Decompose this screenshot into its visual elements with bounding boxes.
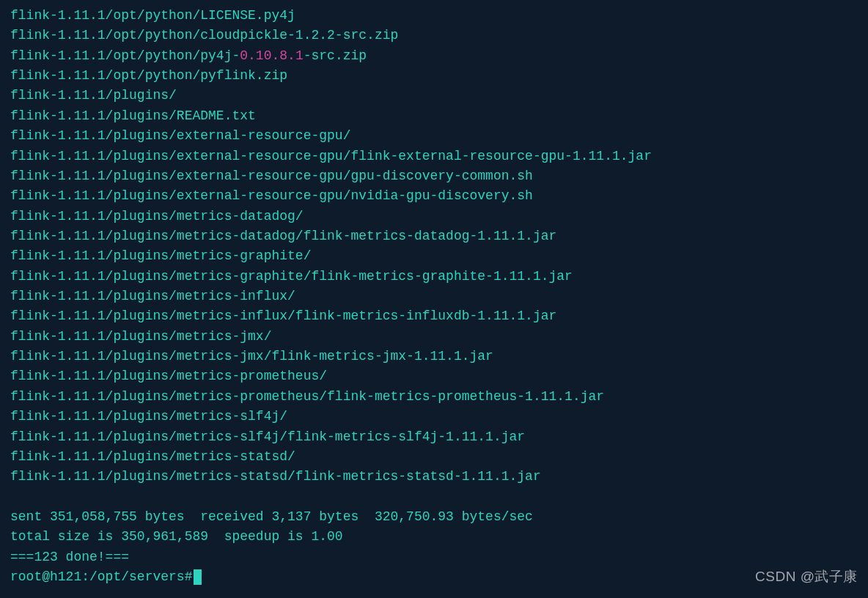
terminal-line: flink-1.11.1/plugins/ [10,86,858,106]
terminal-line: flink-1.11.1/opt/python/pyflink.zip [10,66,858,86]
terminal-line: flink-1.11.1/plugins/metrics-graphite/fl… [10,267,858,287]
terminal-line: flink-1.11.1/plugins/README.txt [10,106,858,126]
terminal-line: flink-1.11.1/plugins/external-resource-g… [10,166,858,186]
line-prefix: flink-1.11.1/opt/python/py4j- [10,48,240,63]
terminal-line: flink-1.11.1/plugins/external-resource-g… [10,186,858,206]
terminal-line: flink-1.11.1/opt/python/LICENSE.py4j [10,6,858,26]
terminal-line: flink-1.11.1/plugins/external-resource-g… [10,126,858,146]
terminal-line: flink-1.11.1/plugins/metrics-statsd/ [10,447,858,467]
terminal-line: flink-1.11.1/plugins/metrics-graphite/ [10,246,858,266]
terminal-line: flink-1.11.1/plugins/metrics-datadog/fli… [10,226,858,246]
terminal-line: flink-1.11.1/plugins/metrics-datadog/ [10,207,858,226]
terminal-line: flink-1.11.1/plugins/metrics-slf4j/ [10,407,858,427]
terminal-line: flink-1.11.1/opt/python/py4j-0.10.8.1-sr… [10,46,858,66]
line-suffix: -src.zip [304,48,367,63]
terminal-line: flink-1.11.1/plugins/metrics-influx/ [10,287,858,306]
line-highlight: 0.10.8.1 [240,48,303,63]
terminal-line: total size is 350,961,589 speedup is 1.0… [10,527,858,547]
watermark-text: CSDN @武子康 [755,566,858,588]
terminal-line: flink-1.11.1/plugins/metrics-slf4j/flink… [10,427,858,447]
terminal-line: flink-1.11.1/plugins/metrics-statsd/flin… [10,467,858,487]
terminal-line: flink-1.11.1/plugins/metrics-jmx/flink-m… [10,347,858,366]
terminal-line: flink-1.11.1/plugins/external-resource-g… [10,147,858,166]
terminal-line [10,487,858,507]
cursor-icon [194,569,202,585]
terminal-line: sent 351,058,755 bytes received 3,137 by… [10,507,858,527]
terminal-line: flink-1.11.1/plugins/metrics-jmx/ [10,327,858,347]
prompt-text: root@h121:/opt/servers# [10,567,192,587]
terminal-line: ===123 done!=== [10,547,858,567]
terminal-line: flink-1.11.1/opt/python/cloudpickle-1.2.… [10,26,858,45]
terminal-line: flink-1.11.1/plugins/metrics-prometheus/… [10,387,858,407]
terminal-output: flink-1.11.1/opt/python/LICENSE.py4jflin… [10,6,858,567]
terminal-line: flink-1.11.1/plugins/metrics-influx/flin… [10,306,858,326]
terminal-prompt-line[interactable]: root@h121:/opt/servers# [10,567,858,587]
terminal-line: flink-1.11.1/plugins/metrics-prometheus/ [10,366,858,386]
